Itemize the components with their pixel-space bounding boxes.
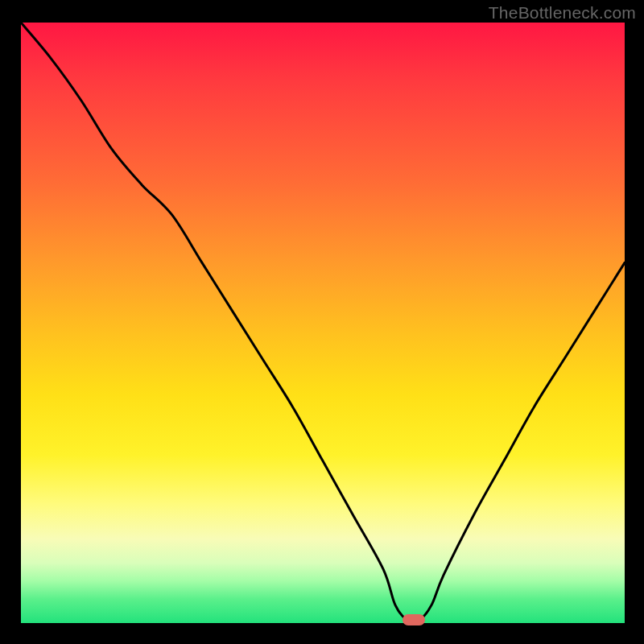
minimum-marker	[402, 614, 425, 625]
watermark-text: TheBottleneck.com	[489, 3, 636, 23]
chart-frame: TheBottleneck.com	[0, 0, 644, 644]
bottleneck-curve	[21, 23, 625, 623]
curve-path	[21, 23, 625, 622]
